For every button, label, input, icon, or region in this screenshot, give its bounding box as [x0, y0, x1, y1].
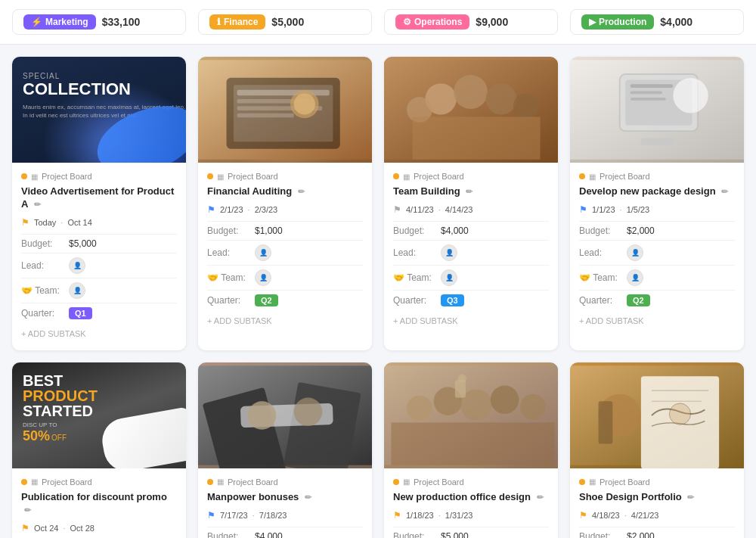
lead-avatar[interactable]: 👤 — [627, 244, 643, 261]
card-3-team-row: 🤝 Team: 👤 — [393, 265, 549, 290]
flag-icon: ⚑ — [393, 510, 401, 521]
card-7-board-label: ▦ Project Board — [393, 477, 549, 487]
card-1-image: SPECIAL COLLECTION Mauris enim ex, accum… — [12, 57, 186, 163]
operations-icon: ⚙ — [403, 17, 411, 27]
card-5-title: Publication for discount promo ✏ — [21, 491, 177, 517]
edit-icon[interactable]: ✏ — [537, 493, 544, 502]
card-6: ▦ Project Board Manpower bonuses ✏ ⚑ 7/1… — [198, 362, 372, 538]
team-icon: 🤝 — [21, 285, 33, 296]
svg-point-35 — [520, 394, 546, 420]
team-icon: 🤝 — [207, 272, 218, 283]
card-8-dates: ⚑ 4/18/23 · 4/21/23 — [579, 510, 735, 521]
card-4-team-row: 🤝 Team: 👤 — [579, 265, 735, 290]
marketing-budget: ⚡ Marketing $33,100 — [12, 9, 186, 35]
card-7: ▦ Project Board New production office de… — [384, 362, 558, 538]
operations-budget: ⚙ Operations $9,000 — [384, 9, 558, 35]
add-subtask-btn[interactable]: + ADD SUBTASK — [207, 310, 363, 328]
edit-icon[interactable]: ✏ — [721, 187, 728, 196]
svg-rect-22 — [631, 98, 666, 101]
add-subtask-btn[interactable]: + ADD SUBTASK — [579, 310, 735, 328]
team-avatar[interactable]: 👤 — [69, 282, 85, 299]
card-2-dates: ⚑ 2/1/23 · 2/3/23 — [207, 204, 363, 215]
svg-rect-15 — [413, 117, 541, 159]
quarter-badge: Q2 — [627, 294, 650, 306]
card-6-dates: ⚑ 7/17/23 · 7/18/23 — [207, 510, 363, 521]
lead-avatar[interactable]: 👤 — [255, 244, 271, 261]
best-text: BEST — [23, 373, 98, 388]
card-4-board-label: ▦ Project Board — [579, 172, 735, 181]
card-8: ▦ Project Board Shoe Design Portfolio ✏ … — [570, 362, 744, 538]
edit-icon[interactable]: ✏ — [298, 187, 305, 196]
board-dot — [207, 173, 213, 179]
edit-icon[interactable]: ✏ — [34, 200, 41, 209]
handshake-svg — [198, 362, 372, 468]
card-4-lead-row: Lead: 👤 — [579, 240, 735, 265]
svg-point-8 — [294, 93, 315, 114]
edit-icon[interactable]: ✏ — [687, 493, 694, 502]
edit-icon[interactable]: ✏ — [24, 505, 31, 515]
flag-icon: ⚑ — [21, 217, 29, 228]
production-icon: ▶ — [589, 17, 596, 27]
lead-avatar[interactable]: 👤 — [69, 257, 85, 274]
card-5: BEST PRODUCT STARTED DISC UP TO 50% OFF … — [12, 362, 186, 538]
card-2-budget-row: Budget: $1,000 — [207, 221, 363, 240]
card-4: ▦ Project Board Develop new package desi… — [570, 57, 744, 350]
quarter-badge: Q2 — [255, 294, 278, 306]
production-amount: $4,000 — [660, 16, 692, 28]
card-3-quarter-row: Quarter: Q3 — [393, 290, 549, 310]
team-avatar[interactable]: 👤 — [627, 269, 643, 286]
svg-rect-37 — [455, 380, 466, 397]
add-subtask-btn[interactable]: + ADD SUBTASK — [393, 310, 549, 328]
card-2-title: Financial Auditing ✏ — [207, 185, 363, 198]
board-dot — [21, 173, 27, 179]
edit-icon[interactable]: ✏ — [305, 493, 311, 502]
edit-icon[interactable]: ✏ — [466, 187, 472, 196]
team-avatar[interactable]: 👤 — [441, 269, 457, 286]
team-avatar[interactable]: 👤 — [255, 269, 271, 286]
board-dot — [579, 479, 585, 485]
lead-avatar[interactable]: 👤 — [441, 244, 457, 261]
card-8-image — [570, 362, 744, 468]
off-text: OFF — [51, 434, 67, 442]
card-3-lead-row: Lead: 👤 — [393, 240, 549, 265]
board-dot — [393, 173, 399, 179]
quarter-badge: Q1 — [69, 307, 92, 319]
svg-rect-21 — [631, 92, 662, 95]
card-3-title: Team Building ✏ — [393, 185, 549, 198]
flag-icon: ⚑ — [207, 510, 215, 521]
marketing-tag: ⚡ Marketing — [23, 14, 96, 30]
card-6-image — [198, 362, 372, 468]
finance-amount: $5,000 — [271, 16, 304, 28]
card-1-dates: ⚑ Today · Oct 14 — [21, 217, 177, 228]
svg-point-13 — [513, 93, 539, 119]
card-5-board-label: ▦ Project Board — [21, 477, 177, 487]
collection-title: COLLECTION — [23, 80, 186, 98]
flag-icon: ⚑ — [207, 204, 215, 215]
svg-rect-45 — [599, 401, 613, 443]
card-3: ▦ Project Board Team Building ✏ ⚑ 4/11/2… — [384, 57, 558, 350]
card-1: SPECIAL COLLECTION Mauris enim ex, accum… — [12, 57, 186, 350]
flag-icon: ⚑ — [21, 523, 29, 533]
card-3-dates: ⚑ 4/11/23 · 4/14/23 — [393, 204, 549, 215]
flag-icon: ⚑ — [393, 204, 401, 215]
card-2-team-row: 🤝 Team: 👤 — [207, 265, 363, 290]
marketing-amount: $33,100 — [102, 16, 141, 28]
card-2-quarter-row: Quarter: Q2 — [207, 290, 363, 310]
card-4-quarter-row: Quarter: Q2 — [579, 290, 735, 310]
card-7-image — [384, 362, 558, 468]
top-bar: ⚡ Marketing $33,100 ℹ Finance $5,000 ⚙ O… — [0, 0, 756, 45]
svg-rect-36 — [391, 422, 554, 465]
card-7-title: New production office design ✏ — [393, 491, 549, 504]
started-text: STARTED — [23, 403, 98, 418]
svg-rect-23 — [641, 138, 673, 145]
card-6-title: Manpower bonuses ✏ — [207, 491, 363, 504]
device-svg — [570, 57, 744, 163]
card-8-title: Shoe Design Portfolio ✏ — [579, 491, 735, 504]
card-2-lead-row: Lead: 👤 — [207, 240, 363, 265]
svg-rect-20 — [631, 84, 673, 88]
marketing-icon: ⚡ — [31, 17, 42, 27]
add-subtask-btn[interactable]: + ADD SUBTASK — [21, 323, 177, 341]
quarter-badge: Q3 — [441, 294, 464, 306]
card-8-budget-row: Budget: $2,000 — [579, 527, 735, 538]
card-1-quarter-row: Quarter: Q1 — [21, 303, 177, 323]
